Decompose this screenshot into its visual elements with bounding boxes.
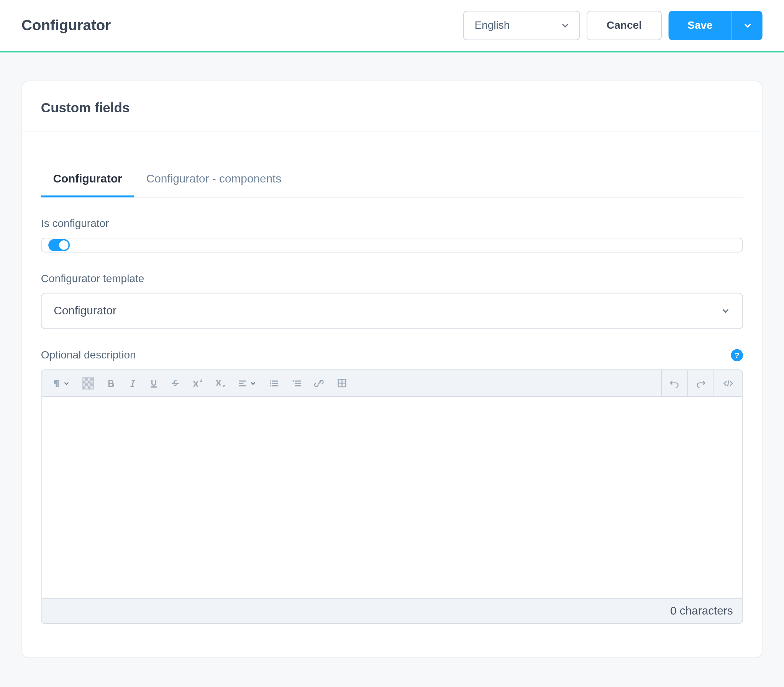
configurator-template-select[interactable]: Configurator xyxy=(41,293,743,329)
bold-button[interactable] xyxy=(106,378,116,388)
is-configurator-toggle[interactable] xyxy=(48,239,70,251)
subscript-button[interactable] xyxy=(215,378,226,388)
page-header: Configurator English Cancel Save xyxy=(0,0,784,53)
list-bullet-button[interactable] xyxy=(269,378,279,388)
page-body: Custom fields Configurator Configurator … xyxy=(0,53,784,687)
strike-button[interactable] xyxy=(171,378,180,388)
table-icon xyxy=(337,378,347,388)
superscript-icon xyxy=(192,378,203,388)
list-number-icon xyxy=(291,378,302,388)
media-button[interactable] xyxy=(82,377,94,390)
subscript-icon xyxy=(215,378,226,388)
link-icon xyxy=(314,378,325,388)
chevron-down-icon xyxy=(250,380,257,387)
redo-icon xyxy=(695,378,706,388)
italic-icon xyxy=(128,378,137,388)
bold-icon xyxy=(106,378,116,388)
table-button[interactable] xyxy=(337,378,347,388)
header-actions: English Cancel Save xyxy=(463,11,763,40)
underline-button[interactable] xyxy=(149,378,159,388)
pilcrow-icon xyxy=(51,378,61,388)
save-button[interactable]: Save xyxy=(669,11,732,40)
code-icon xyxy=(722,378,734,388)
align-button[interactable] xyxy=(238,378,256,388)
tab-configurator-components[interactable]: Configurator - components xyxy=(134,163,294,197)
rich-text-editor: 0 characters xyxy=(41,369,743,624)
undo-button[interactable] xyxy=(662,370,687,396)
link-button[interactable] xyxy=(314,378,325,388)
undo-icon xyxy=(669,378,680,388)
is-configurator-label: Is configurator xyxy=(41,218,743,230)
language-select[interactable]: English xyxy=(463,11,580,40)
underline-icon xyxy=(149,378,159,388)
chevron-down-icon xyxy=(63,380,70,387)
chevron-down-icon xyxy=(721,306,730,316)
configurator-template-label: Configurator template xyxy=(41,273,743,285)
paragraph-format-button[interactable] xyxy=(51,378,70,388)
optional-description-label: Optional description ? xyxy=(41,349,743,362)
editor-toolbar xyxy=(42,370,743,397)
editor-content-area[interactable] xyxy=(42,397,743,598)
tab-configurator[interactable]: Configurator xyxy=(41,163,134,197)
language-select-value: English xyxy=(474,20,510,32)
list-bullet-icon xyxy=(269,378,279,388)
list-number-button[interactable] xyxy=(291,378,302,388)
source-code-button[interactable] xyxy=(713,370,742,396)
align-icon xyxy=(238,378,247,388)
tabs: Configurator Configurator - components xyxy=(41,163,743,197)
redo-button[interactable] xyxy=(687,370,713,396)
superscript-button[interactable] xyxy=(192,378,203,388)
help-icon[interactable]: ? xyxy=(731,349,743,362)
card-title: Custom fields xyxy=(22,81,762,132)
page-title: Configurator xyxy=(21,17,111,35)
italic-button[interactable] xyxy=(128,378,137,388)
chevron-down-icon xyxy=(561,21,570,30)
media-icon xyxy=(82,377,94,390)
chevron-down-icon xyxy=(743,21,752,30)
save-options-button[interactable] xyxy=(732,11,763,40)
strike-icon xyxy=(171,378,180,388)
is-configurator-row xyxy=(41,238,743,253)
cancel-button[interactable]: Cancel xyxy=(587,11,662,40)
editor-char-count: 0 characters xyxy=(42,598,743,623)
save-button-group: Save xyxy=(669,11,763,40)
custom-fields-card: Custom fields Configurator Configurator … xyxy=(21,81,763,658)
configurator-template-value: Configurator xyxy=(54,304,116,317)
